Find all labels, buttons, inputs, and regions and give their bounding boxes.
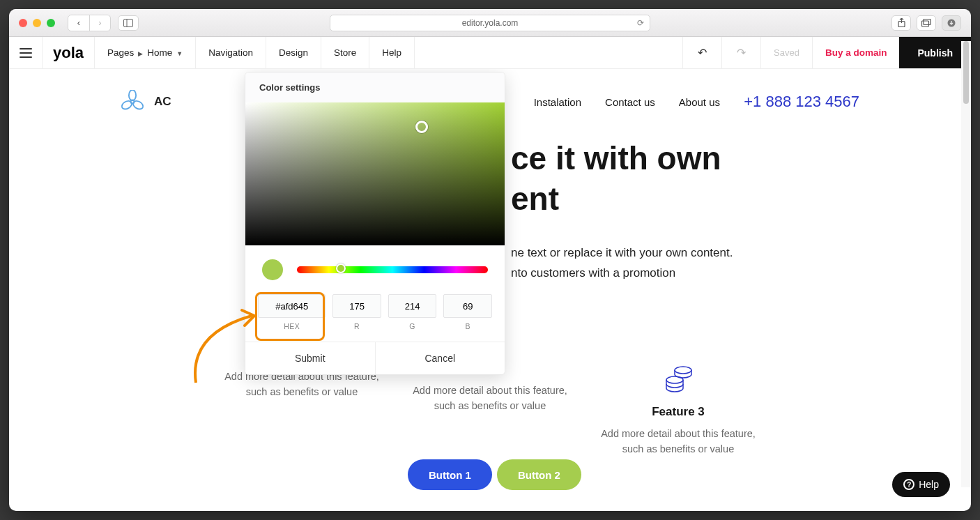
help-widget[interactable]: ? Help [892, 472, 950, 497]
redo-button[interactable]: ↷ [721, 37, 760, 68]
close-icon[interactable] [19, 19, 27, 27]
browser-window: ‹ › editor.yola.com ⟳ yola Pages ▶ Home … [9, 9, 971, 511]
url-text: editor.yola.com [462, 18, 519, 28]
back-button[interactable]: ‹ [68, 15, 89, 31]
help-menu[interactable]: Help [369, 37, 415, 68]
chevron-down-icon: ▼ [176, 49, 183, 57]
scroll-thumb[interactable] [963, 41, 969, 104]
svg-rect-0 [124, 19, 133, 26]
saved-status: Saved [760, 37, 812, 68]
r-input[interactable] [332, 294, 381, 318]
hue-slider[interactable] [297, 266, 488, 273]
b-label: B [443, 322, 492, 330]
traffic-lights [19, 19, 55, 27]
titlebar: ‹ › editor.yola.com ⟳ [9, 9, 971, 37]
hex-input[interactable] [258, 294, 326, 318]
brand-name[interactable]: AC [154, 95, 171, 109]
share-icon[interactable] [891, 15, 911, 31]
navigation-menu[interactable]: Navigation [196, 37, 266, 68]
menu-button[interactable] [9, 37, 43, 68]
cancel-button[interactable]: Cancel [375, 342, 505, 374]
svg-point-7 [129, 90, 136, 100]
color-settings-popup: Color settings HEX R [245, 72, 505, 375]
help-icon: ? [903, 479, 914, 490]
scrollbar[interactable] [961, 41, 971, 487]
store-menu[interactable]: Store [321, 37, 369, 68]
svg-point-11 [666, 376, 683, 383]
editor-toolbar: yola Pages ▶ Home ▼ Navigation Design St… [9, 37, 971, 69]
yola-logo[interactable]: yola [43, 37, 95, 68]
nav-about[interactable]: About us [679, 96, 720, 108]
site-nav: Instalation Contact us About us [534, 96, 720, 108]
brand-logo-icon [121, 90, 144, 114]
b-input[interactable] [443, 294, 492, 318]
subtext[interactable]: ne text or replace it with your own cont… [511, 243, 733, 284]
button-1[interactable]: Button 1 [408, 459, 492, 490]
address-bar[interactable]: editor.yola.com ⟳ [330, 15, 650, 31]
svg-rect-4 [922, 21, 929, 26]
buy-domain-link[interactable]: Buy a domain [812, 37, 900, 68]
forward-button[interactable]: › [89, 15, 110, 31]
downloads-icon[interactable] [942, 15, 961, 31]
reload-icon[interactable]: ⟳ [637, 18, 644, 28]
color-popup-title: Color settings [245, 72, 505, 102]
maximize-icon[interactable] [47, 19, 55, 27]
svg-rect-3 [924, 19, 931, 24]
sidebar-toggle[interactable] [118, 15, 139, 31]
color-swatch [262, 259, 283, 280]
color-cursor[interactable] [415, 121, 428, 133]
coins-icon [662, 362, 694, 394]
g-label: G [388, 322, 437, 330]
headline[interactable]: ce it with own ent [511, 139, 721, 219]
publish-button[interactable]: Publish [899, 37, 971, 68]
svg-point-10 [675, 367, 691, 374]
feature-3[interactable]: Feature 3 Add more detail about this fea… [595, 362, 762, 457]
minimize-icon[interactable] [33, 19, 41, 27]
undo-button[interactable]: ↶ [682, 37, 721, 68]
g-input[interactable] [388, 294, 437, 318]
hue-thumb[interactable] [336, 263, 346, 273]
saturation-picker[interactable] [245, 102, 505, 245]
tabs-icon[interactable] [917, 15, 936, 31]
button-2[interactable]: Button 2 [497, 459, 581, 490]
nav-installation[interactable]: Instalation [534, 96, 581, 108]
nav-arrows: ‹ › [68, 15, 111, 31]
pages-menu[interactable]: Pages ▶ Home ▼ [95, 37, 196, 68]
design-menu[interactable]: Design [266, 37, 321, 68]
chevron-right-icon: ▶ [138, 49, 143, 57]
nav-contact[interactable]: Contact us [605, 96, 655, 108]
submit-button[interactable]: Submit [245, 342, 375, 374]
r-label: R [332, 322, 381, 330]
hex-label: HEX [258, 322, 326, 330]
phone-number[interactable]: +1 888 123 4567 [744, 93, 859, 111]
editor-canvas[interactable]: AC Instalation Contact us About us +1 88… [9, 69, 971, 511]
